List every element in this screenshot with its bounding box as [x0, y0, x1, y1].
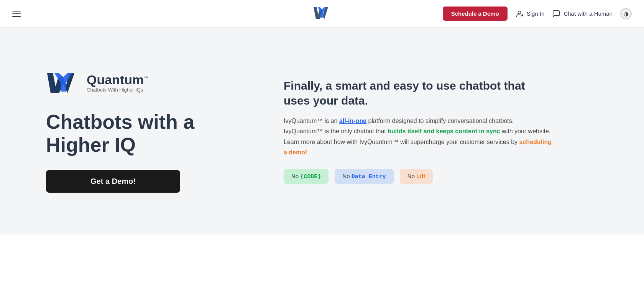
sign-in-link[interactable]: Sign In: [515, 10, 545, 18]
brand-logo-icon: [313, 4, 331, 22]
badge-no-code-highlight: {CODE}: [300, 174, 321, 180]
chat-icon: [552, 10, 560, 18]
headline-line1: Chatbots with a: [46, 111, 194, 133]
theme-toggle[interactable]: ◑: [620, 8, 632, 20]
below-hero-section: [0, 234, 644, 303]
brand-name-label: Quantum: [87, 72, 144, 87]
nav-right: Schedule a Demo Sign In Chat with a Huma…: [443, 7, 632, 21]
nav-logo[interactable]: [313, 4, 331, 24]
nav-left: [12, 11, 21, 17]
badge-no-data-entry: No Data Entry: [335, 169, 393, 184]
badge-no-lift-no: No: [407, 173, 416, 179]
hero-description: IvyQuantum™ is an all-in-one platform de…: [284, 116, 552, 157]
sign-in-icon: [515, 10, 524, 18]
hero-smart-title: Finally, a smart and easy to use chatbot…: [284, 78, 552, 108]
brand-tagline: Chatbots With Higher IQs: [87, 87, 148, 93]
hamburger-menu[interactable]: [12, 11, 21, 17]
hero-left: Quantum™ Chatbots With Higher IQs Chatbo…: [46, 69, 284, 193]
sign-in-label: Sign In: [527, 10, 545, 17]
chat-with-human-link[interactable]: Chat with a Human: [552, 10, 613, 18]
desc-part1: IvyQuantum™ is an: [284, 118, 339, 124]
theme-icon: ◑: [624, 11, 628, 17]
schedule-demo-button[interactable]: Schedule a Demo: [443, 7, 508, 21]
brand-quantum-text: Quantum™: [87, 73, 148, 86]
headline-line2: Higher IQ: [46, 134, 136, 156]
brand-name-block: Quantum™ Chatbots With Higher IQs: [87, 73, 148, 93]
get-demo-button[interactable]: Get a Demo!: [46, 170, 180, 193]
chat-label: Chat with a Human: [564, 10, 613, 17]
badge-no-data-entry-no: No: [342, 173, 351, 179]
hero-right: Finally, a smart and easy to use chatbot…: [284, 78, 552, 184]
brand-logo-block: Quantum™ Chatbots With Higher IQs: [46, 69, 261, 97]
navbar: Schedule a Demo Sign In Chat with a Huma…: [0, 0, 644, 28]
badge-no-lift: No Lift: [400, 169, 433, 184]
badge-no-lift-highlight: Lift: [416, 173, 425, 179]
badge-no-data-entry-highlight: Data Entry: [352, 174, 386, 180]
badge-no-code: No {CODE}: [284, 169, 329, 184]
feature-badges: No {CODE} No Data Entry No Lift: [284, 169, 552, 184]
all-in-one-highlight: all-in-one: [339, 118, 366, 124]
badge-no-code-no: No: [291, 173, 300, 179]
hero-brand-logo-icon: [46, 69, 80, 97]
svg-point-2: [518, 11, 521, 13]
hero-section: Quantum™ Chatbots With Higher IQs Chatbo…: [0, 28, 644, 234]
hero-headline: Chatbots with a Higher IQ: [46, 111, 261, 157]
builds-sync-highlight: builds itself and keeps content in sync: [388, 128, 500, 134]
